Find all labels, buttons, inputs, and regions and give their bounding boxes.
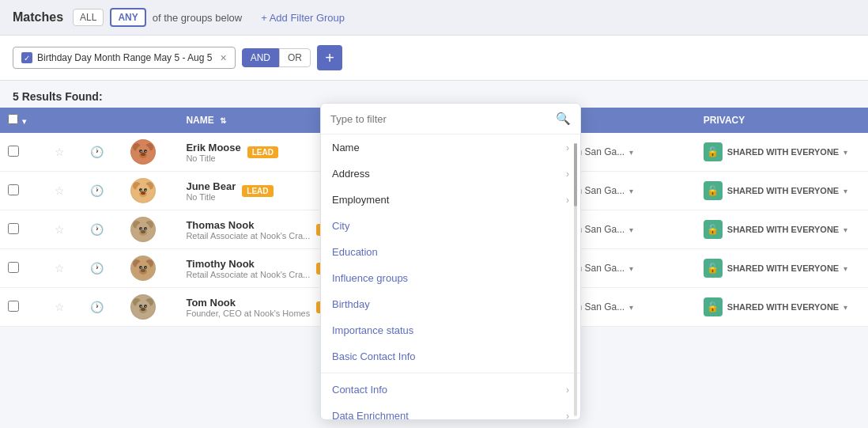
owner-chevron-icon[interactable]: ▾ [629,187,633,195]
or-button[interactable]: OR [279,48,311,67]
avatar-cell [123,249,179,288]
filter-checkbox[interactable]: ✓ [21,52,32,63]
star-icon[interactable]: ☆ [55,223,65,236]
chevron-right-icon: › [566,169,569,180]
filter-search-input[interactable] [330,113,549,125]
lock-icon: 🔓 [704,142,723,161]
svg-point-48 [140,306,141,307]
privacy-chevron-icon[interactable]: ▾ [843,303,847,312]
dropdown-item[interactable]: Education [321,239,580,265]
dropdown-item[interactable]: Basic Contact Info [321,343,580,369]
dropdown-scrollbar[interactable] [574,143,577,416]
row-checkbox[interactable] [8,223,19,234]
dropdown-item[interactable]: Name› [321,134,580,161]
star-icon[interactable]: ☆ [55,301,65,313]
add-filter-group-button[interactable]: + Add Filter Group [261,12,345,24]
dropdown-item[interactable]: Employment› [321,187,580,213]
any-button[interactable]: ANY [110,8,145,27]
owner-chevron-icon[interactable]: ▾ [629,264,633,273]
lead-badge: LEAD [242,185,273,197]
star-header [47,108,82,133]
contact-name: Erik Moose [186,142,240,153]
contact-subtitle: No Title [186,153,240,163]
clock-icon[interactable]: 🕐 [90,184,104,197]
matches-label: Matches [13,10,63,25]
svg-point-37 [141,269,145,272]
star-cell[interactable]: ☆ [47,210,82,249]
privacy-text: SHARED WITH EVERYONE [727,147,839,157]
row-checkbox[interactable] [8,184,19,195]
star-cell[interactable]: ☆ [47,249,82,288]
row-checkbox[interactable] [8,301,19,312]
svg-point-36 [144,266,147,269]
dropdown-item[interactable]: Influence groups [321,265,580,291]
owner-chevron-icon[interactable]: ▾ [629,303,633,312]
star-icon[interactable]: ☆ [55,184,65,197]
filter-chip[interactable]: ✓ Birthday Day Month Range May 5 - Aug 5… [13,47,236,69]
star-icon[interactable]: ☆ [55,146,65,158]
privacy-cell[interactable]: 🔓 SHARED WITH EVERYONE ▾ [696,288,868,327]
svg-point-46 [144,305,147,308]
privacy-chevron-icon[interactable]: ▾ [843,225,847,234]
clock-header [82,108,122,133]
dropdown-item-label: Importance status [332,324,413,336]
scrollbar-thumb[interactable] [574,143,577,206]
privacy-column-header: PRIVACY [696,108,868,133]
add-filter-button[interactable]: + [317,45,342,70]
contact-subtitle: Retail Associate at Nook's Cra... [186,270,310,279]
owner-chevron-icon[interactable]: ▾ [629,225,633,234]
select-all-header[interactable]: ▾ [0,108,47,133]
clock-cell[interactable]: 🕐 [82,210,122,249]
row-checkbox-cell[interactable] [0,210,47,249]
lock-icon: 🔓 [704,181,723,200]
clock-icon[interactable]: 🕐 [90,223,104,236]
privacy-chevron-icon[interactable]: ▾ [843,264,847,273]
svg-point-27 [141,230,145,233]
star-cell[interactable]: ☆ [47,288,82,327]
clock-cell[interactable]: 🕐 [82,133,122,172]
star-cell[interactable]: ☆ [47,133,82,172]
select-all-checkbox[interactable] [8,114,18,124]
clock-cell[interactable]: 🕐 [82,249,122,288]
row-checkbox-cell[interactable] [0,249,47,288]
dropdown-item-label: Education [332,246,378,258]
privacy-cell[interactable]: 🔓 SHARED WITH EVERYONE ▾ [696,133,868,172]
row-checkbox[interactable] [8,146,19,157]
dropdown-item[interactable]: Address› [321,161,580,187]
svg-point-15 [139,188,142,191]
dropdown-item[interactable]: Importance status [321,317,580,343]
dropdown-item[interactable]: Data Enrichment› [321,403,580,419]
owner-chevron-icon[interactable]: ▾ [629,148,633,157]
svg-point-19 [145,190,145,191]
remove-filter-icon[interactable]: × [220,51,226,64]
and-button[interactable]: AND [242,48,279,67]
row-checkbox-cell[interactable] [0,288,47,327]
dropdown-item[interactable]: Birthday [321,291,580,317]
privacy-text: SHARED WITH EVERYONE [727,225,839,234]
dropdown-list: Name›Address›Employment›CityEducationInf… [321,134,580,419]
clock-cell[interactable]: 🕐 [82,288,122,327]
clock-icon[interactable]: 🕐 [90,262,104,275]
privacy-cell[interactable]: 🔓 SHARED WITH EVERYONE ▾ [696,172,868,210]
clock-icon[interactable]: 🕐 [90,146,104,158]
privacy-chevron-icon[interactable]: ▾ [843,148,847,157]
avatar [130,217,156,242]
filter-chip-text: Birthday Day Month Range May 5 - Aug 5 [37,52,212,63]
all-button[interactable]: ALL [73,9,104,26]
dropdown-item-label: City [332,220,349,232]
header-bar: Matches ALL ANY of the groups below + Ad… [0,0,868,36]
dropdown-item[interactable]: Contact Info› [321,377,580,403]
svg-point-35 [139,266,142,269]
privacy-chevron-icon[interactable]: ▾ [843,187,847,195]
privacy-cell[interactable]: 🔓 SHARED WITH EVERYONE ▾ [696,249,868,288]
row-checkbox[interactable] [8,262,19,273]
privacy-cell[interactable]: 🔓 SHARED WITH EVERYONE ▾ [696,210,868,249]
row-checkbox-cell[interactable] [0,133,47,172]
star-icon[interactable]: ☆ [55,262,65,275]
clock-icon[interactable]: 🕐 [90,301,104,313]
row-checkbox-cell[interactable] [0,172,47,210]
dropdown-item[interactable]: City [321,213,580,239]
clock-cell[interactable]: 🕐 [82,172,122,210]
star-cell[interactable]: ☆ [47,172,82,210]
contact-name: Thomas Nook [186,219,310,231]
